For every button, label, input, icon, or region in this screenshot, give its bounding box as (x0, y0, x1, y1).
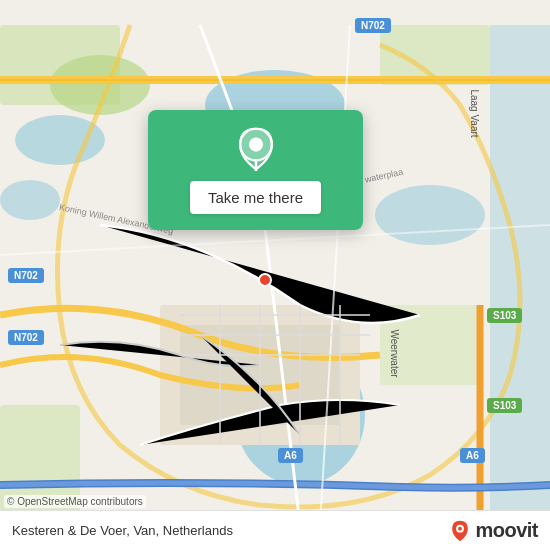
popup-card: Take me there (148, 110, 363, 230)
location-name: Kesteren & De Voer, Van, Netherlands (12, 523, 233, 538)
map-svg (0, 0, 550, 550)
svg-point-6 (375, 185, 485, 245)
take-me-there-button[interactable]: Take me there (190, 181, 321, 214)
moovit-pin-icon (449, 520, 471, 542)
road-label-n702-bl: N702 (8, 330, 44, 345)
svg-point-28 (259, 274, 271, 286)
road-label-s103-bot: S103 (487, 398, 522, 413)
bottom-bar: Kesteren & De Voer, Van, Netherlands moo… (0, 510, 550, 550)
popup-green-section: Take me there (148, 110, 363, 230)
svg-point-34 (458, 526, 462, 530)
road-label-s103-top: S103 (487, 308, 522, 323)
location-pin-icon (234, 127, 278, 171)
moovit-logo: moovit (449, 519, 538, 542)
svg-point-3 (0, 180, 60, 220)
road-label-n702-left: N702 (8, 268, 44, 283)
osm-attribution: © OpenStreetMap contributors (4, 495, 146, 508)
road-label-n702-top: N702 (355, 18, 391, 33)
map-container: N702 N702 N702 N702 S103 S103 A6 A6 Laag… (0, 0, 550, 550)
svg-point-32 (248, 137, 262, 151)
road-label-a6-bot: A6 (278, 448, 303, 463)
moovit-text: moovit (475, 519, 538, 542)
road-label-a6-right: A6 (460, 448, 485, 463)
road-label-laag-vaart: Laag Vaart (469, 89, 480, 137)
road-label-weerwater: Weerwater (389, 329, 400, 377)
